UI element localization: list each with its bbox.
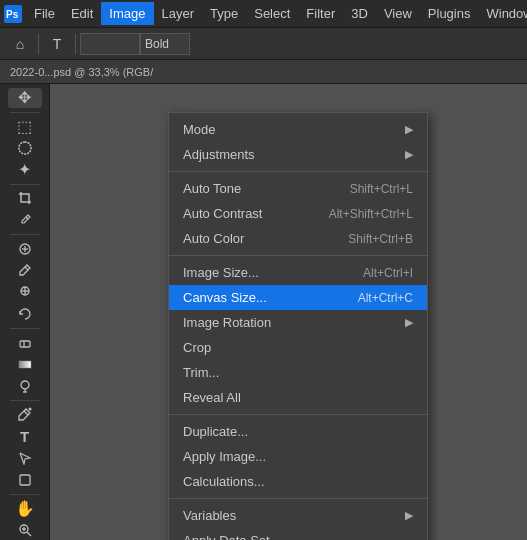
menu-item-duplicate[interactable]: Duplicate... [169, 419, 427, 444]
tool-separator-2 [10, 184, 40, 185]
doc-tab[interactable]: 2022-0...psd @ 33,3% (RGB/ [0, 60, 527, 84]
menu-item-mode[interactable]: Mode ▶ [169, 117, 427, 142]
menu-plugins[interactable]: Plugins [420, 2, 479, 25]
tool-rect-select[interactable]: ⬚ [8, 116, 42, 136]
image-rotation-arrow-icon: ▶ [405, 316, 413, 329]
font-family-input[interactable] [80, 33, 140, 55]
menu-file[interactable]: File [26, 2, 63, 25]
svg-rect-18 [20, 475, 30, 485]
menu-sep-3 [169, 414, 427, 415]
svg-point-17 [28, 408, 31, 411]
svg-rect-12 [19, 361, 31, 368]
menu-filter[interactable]: Filter [298, 2, 343, 25]
tool-eraser[interactable] [8, 332, 42, 352]
menu-item-mode-label: Mode [183, 122, 216, 137]
tool-move[interactable]: ✥ [8, 88, 42, 108]
auto-contrast-shortcut: Alt+Shift+Ctrl+L [329, 207, 413, 221]
tool-lasso[interactable] [8, 138, 42, 158]
font-style-input[interactable] [140, 33, 190, 55]
canvas-area: Mode ▶ Adjustments ▶ Auto Tone Shift+Ctr… [50, 84, 527, 540]
image-menu-dropdown: Mode ▶ Adjustments ▶ Auto Tone Shift+Ctr… [168, 112, 428, 540]
svg-line-2 [26, 217, 28, 219]
menu-item-image-size-label: Image Size... [183, 265, 259, 280]
menu-sep-2 [169, 255, 427, 256]
menu-item-duplicate-label: Duplicate... [183, 424, 248, 439]
tool-brush[interactable] [8, 260, 42, 280]
tool-history-brush[interactable] [8, 304, 42, 324]
menu-item-image-rotation-label: Image Rotation [183, 315, 271, 330]
tool-eyedropper[interactable] [8, 210, 42, 230]
tool-separator-6 [10, 494, 40, 495]
text-tool-btn[interactable]: T [43, 30, 71, 58]
menu-edit[interactable]: Edit [63, 2, 101, 25]
menu-item-apply-data-set[interactable]: Apply Data Set... [169, 528, 427, 540]
menu-select[interactable]: Select [246, 2, 298, 25]
svg-line-6 [25, 267, 28, 270]
menu-item-auto-tone[interactable]: Auto Tone Shift+Ctrl+L [169, 176, 427, 201]
menu-item-reveal-all-label: Reveal All [183, 390, 241, 405]
tool-clone[interactable] [8, 282, 42, 302]
menu-3d[interactable]: 3D [343, 2, 376, 25]
auto-color-shortcut: Shift+Ctrl+B [348, 232, 413, 246]
menu-item-canvas-size[interactable]: Canvas Size... Alt+Ctrl+C [169, 285, 427, 310]
menu-item-auto-color[interactable]: Auto Color Shift+Ctrl+B [169, 226, 427, 251]
tool-separator-3 [10, 234, 40, 235]
toolbar-separator-2 [75, 34, 76, 54]
canvas-size-shortcut: Alt+Ctrl+C [358, 291, 413, 305]
menu-item-apply-image-label: Apply Image... [183, 449, 266, 464]
menu-item-calculations[interactable]: Calculations... [169, 469, 427, 494]
svg-text:Ps: Ps [6, 9, 19, 20]
menu-item-auto-tone-label: Auto Tone [183, 181, 241, 196]
image-size-shortcut: Alt+Ctrl+I [363, 266, 413, 280]
menu-item-variables[interactable]: Variables ▶ [169, 503, 427, 528]
tool-pen[interactable] [8, 404, 42, 424]
variables-arrow-icon: ▶ [405, 509, 413, 522]
menu-item-variables-label: Variables [183, 508, 236, 523]
menu-item-adjustments-label: Adjustments [183, 147, 255, 162]
svg-rect-10 [20, 341, 30, 347]
menu-view[interactable]: View [376, 2, 420, 25]
menu-item-crop[interactable]: Crop [169, 335, 427, 360]
menu-item-auto-contrast-label: Auto Contrast [183, 206, 263, 221]
tool-separator-1 [10, 112, 40, 113]
menu-sep-4 [169, 498, 427, 499]
main-area: ✥ ⬚ ✦ [0, 84, 527, 540]
menu-item-apply-image[interactable]: Apply Image... [169, 444, 427, 469]
tool-dodge[interactable] [8, 376, 42, 396]
menu-item-auto-color-label: Auto Color [183, 231, 244, 246]
svg-point-13 [21, 381, 29, 389]
menu-item-apply-data-set-label: Apply Data Set... [183, 533, 281, 540]
tool-text[interactable]: T [8, 426, 42, 446]
menu-item-image-rotation[interactable]: Image Rotation ▶ [169, 310, 427, 335]
tool-crop[interactable] [8, 188, 42, 208]
ps-logo: Ps [4, 3, 22, 25]
doc-tab-title: 2022-0...psd @ 33,3% (RGB/ [10, 66, 153, 78]
tool-shape[interactable] [8, 470, 42, 490]
menu-type[interactable]: Type [202, 2, 246, 25]
menu-item-calculations-label: Calculations... [183, 474, 265, 489]
mode-arrow-icon: ▶ [405, 123, 413, 136]
menu-window[interactable]: Window [478, 2, 527, 25]
auto-tone-shortcut: Shift+Ctrl+L [350, 182, 413, 196]
menu-item-crop-label: Crop [183, 340, 211, 355]
svg-line-20 [27, 532, 31, 536]
toolbar-separator-1 [38, 34, 39, 54]
menu-item-reveal-all[interactable]: Reveal All [169, 385, 427, 410]
menu-item-canvas-size-label: Canvas Size... [183, 290, 267, 305]
menu-item-adjustments[interactable]: Adjustments ▶ [169, 142, 427, 167]
tool-hand[interactable]: ✋ [8, 498, 42, 518]
tool-healing[interactable] [8, 239, 42, 259]
menu-sep-1 [169, 171, 427, 172]
tool-zoom[interactable] [8, 520, 42, 540]
menu-image[interactable]: Image [101, 2, 153, 25]
menubar: Ps File Edit Image Layer Type Select Fil… [0, 0, 527, 28]
tool-magic-wand[interactable]: ✦ [8, 160, 42, 180]
menu-layer[interactable]: Layer [154, 2, 203, 25]
menu-item-auto-contrast[interactable]: Auto Contrast Alt+Shift+Ctrl+L [169, 201, 427, 226]
menu-item-image-size[interactable]: Image Size... Alt+Ctrl+I [169, 260, 427, 285]
toolbar: ⌂ T [0, 28, 527, 60]
menu-item-trim[interactable]: Trim... [169, 360, 427, 385]
tool-path-select[interactable] [8, 448, 42, 468]
home-button[interactable]: ⌂ [6, 30, 34, 58]
tool-gradient[interactable] [8, 354, 42, 374]
